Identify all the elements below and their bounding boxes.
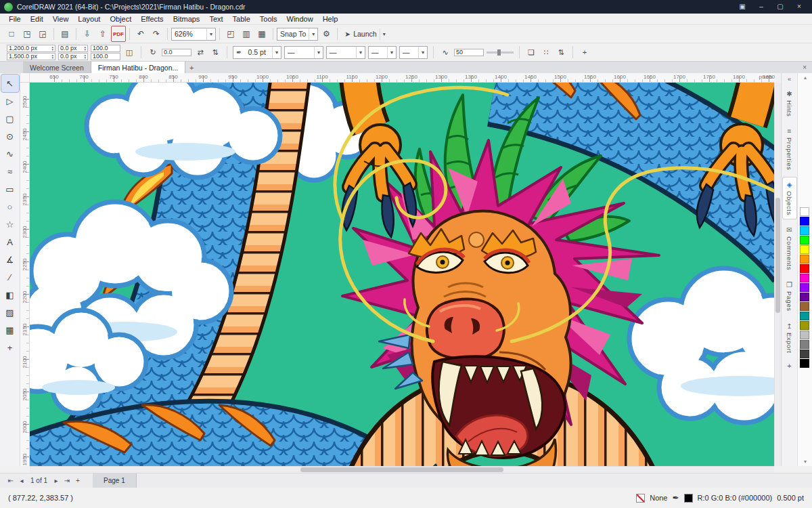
workspace-panel-icon[interactable]: ▣ <box>734 1 751 13</box>
close-button[interactable]: × <box>790 1 808 13</box>
color-swatch[interactable] <box>800 264 809 273</box>
launch-dropdown[interactable]: ➤ Launch ▾ <box>341 28 388 41</box>
menu-text[interactable]: Text <box>204 15 227 23</box>
menu-file[interactable]: File <box>4 15 26 23</box>
color-swatch[interactable] <box>800 331 809 339</box>
ruler-origin-corner[interactable] <box>20 73 30 83</box>
parallel-dimension-tool[interactable]: ∡ <box>1 251 19 268</box>
position-y-field[interactable]: 0.0 px▴▾ <box>58 53 88 60</box>
chevron-down-icon[interactable]: ▾ <box>272 47 278 58</box>
color-swatch[interactable] <box>800 274 809 282</box>
docker-tab-export[interactable]: ↥Export <box>783 319 796 356</box>
horizontal-ruler[interactable]: pixels6507007508008509009501000105011001… <box>30 73 774 83</box>
menu-table[interactable]: Table <box>228 15 255 23</box>
color-swatch[interactable] <box>800 293 809 301</box>
docker-collapse-icon[interactable]: « <box>788 76 791 83</box>
order-button[interactable]: ❏ <box>525 46 537 58</box>
tab-welcome-screen[interactable]: Welcome Screen <box>23 62 91 73</box>
docker-tab-objects[interactable]: ◈Objects <box>783 177 796 219</box>
add-tool-button[interactable]: + <box>1 339 19 356</box>
outline-width-combo[interactable]: ✒ 0.5 pt ▾ <box>233 46 281 59</box>
polygon-tool[interactable]: ☆ <box>1 215 19 233</box>
color-swatch[interactable] <box>800 245 809 254</box>
open-icon[interactable]: ◳ <box>20 27 35 41</box>
add-page-button[interactable]: + <box>72 477 83 484</box>
show-rulers-icon[interactable]: ▥ <box>239 27 254 41</box>
snap-to-dropdown[interactable]: Snap To ▾ <box>277 28 318 41</box>
object-width-field[interactable]: 1,200.0 px▴▾ <box>7 45 55 52</box>
color-swatch[interactable] <box>800 350 809 358</box>
customize-plus-button[interactable]: + <box>579 46 591 58</box>
zoom-tool[interactable]: ⊙ <box>1 127 19 145</box>
publish-pdf-icon[interactable]: PDF <box>111 26 126 42</box>
artistic-media-tool[interactable]: ≈ <box>1 163 19 180</box>
freehand-tool[interactable]: ∿ <box>1 145 19 163</box>
save-icon[interactable]: ◲ <box>35 27 50 41</box>
menu-effects[interactable]: Effects <box>136 15 168 23</box>
color-swatch[interactable] <box>800 217 809 226</box>
mirror-horizontal-button[interactable]: ⇄ <box>194 46 206 58</box>
next-page-button[interactable]: ▸ <box>51 477 62 484</box>
tab-firman-hatibu-dragon[interactable]: Firman Hatibu - Dragon... <box>91 62 185 73</box>
maximize-button[interactable]: ▢ <box>771 1 789 13</box>
swap-button[interactable]: ⇅ <box>555 46 567 58</box>
lock-ratio-button[interactable]: ◫ <box>123 46 135 58</box>
zoom-level-combo[interactable]: 626% ▾ <box>171 28 216 41</box>
color-swatch[interactable] <box>800 340 809 349</box>
crop-tool[interactable]: ▢ <box>1 110 19 127</box>
smoothing-slider[interactable] <box>487 51 514 54</box>
color-swatch[interactable] <box>800 207 809 216</box>
chevron-down-icon[interactable]: ▾ <box>356 47 362 58</box>
treat-as-filled-button[interactable]: ∷ <box>540 46 552 58</box>
options-gear-icon[interactable]: ⚙ <box>319 27 334 41</box>
arrowhead-end-combo[interactable]: — ▾ <box>399 46 428 59</box>
chevron-down-icon[interactable]: ▾ <box>314 47 320 58</box>
redo-icon[interactable]: ↷ <box>149 27 164 41</box>
docker-add-button[interactable]: + <box>787 362 791 370</box>
show-grid-icon[interactable]: ▦ <box>254 27 269 41</box>
minimize-button[interactable]: – <box>752 1 770 13</box>
vertical-ruler[interactable]: 2500245024002350230022502200215021002050… <box>20 83 30 466</box>
undo-icon[interactable]: ↶ <box>133 27 148 41</box>
arrowhead-start-combo[interactable]: — ▾ <box>368 46 397 59</box>
color-swatch[interactable] <box>800 226 809 235</box>
fullscreen-preview-icon[interactable]: ◰ <box>223 27 238 41</box>
connector-tool[interactable]: ∕ <box>1 268 19 286</box>
horizontal-scrollbar-thumb[interactable] <box>300 467 503 472</box>
print-icon[interactable]: ▤ <box>58 27 72 41</box>
rotation-angle-field[interactable]: 0.0 <box>162 49 191 56</box>
chevron-down-icon[interactable]: ▾ <box>418 47 424 58</box>
smoothing-field[interactable]: 50 <box>454 49 484 56</box>
first-page-button[interactable]: ⇤ <box>5 477 16 484</box>
docker-tab-pages[interactable]: ❐Pages <box>783 278 796 314</box>
fill-color-chip[interactable] <box>636 494 645 503</box>
menu-bitmaps[interactable]: Bitmaps <box>168 15 205 23</box>
docker-tab-comments[interactable]: ✉Comments <box>783 223 796 274</box>
menu-edit[interactable]: Edit <box>26 15 48 23</box>
outline-color-chip[interactable] <box>684 494 693 503</box>
color-swatch[interactable] <box>800 302 809 311</box>
color-swatch[interactable] <box>800 283 809 292</box>
rectangle-tool[interactable]: ▭ <box>1 180 19 198</box>
page-tab[interactable]: Page 1 <box>93 473 137 488</box>
export-icon[interactable]: ⇧ <box>95 27 110 41</box>
vertical-scrollbar-thumb[interactable] <box>775 198 780 313</box>
menu-window[interactable]: Window <box>282 15 318 23</box>
import-icon[interactable]: ⇩ <box>80 27 95 41</box>
drawing-canvas[interactable] <box>30 83 774 466</box>
scale-y-field[interactable]: 100.0 <box>91 53 120 60</box>
vertical-scrollbar[interactable] <box>774 83 781 466</box>
scale-x-field[interactable]: 100.0 <box>91 45 120 52</box>
pick-tool[interactable]: ↖ <box>1 75 19 92</box>
menu-help[interactable]: Help <box>318 15 343 23</box>
ellipse-tool[interactable]: ○ <box>1 198 19 215</box>
drop-shadow-tool[interactable]: ◧ <box>1 286 19 303</box>
color-swatch[interactable] <box>800 312 809 320</box>
color-swatch[interactable] <box>800 359 809 368</box>
color-swatch[interactable] <box>800 236 809 245</box>
menu-layout[interactable]: Layout <box>73 15 105 23</box>
color-swatch[interactable] <box>800 321 809 330</box>
line-style-combo-2[interactable]: — ▾ <box>326 46 365 59</box>
docker-tab-properties[interactable]: ≡Properties <box>783 124 796 173</box>
text-tool[interactable]: A <box>1 233 19 251</box>
